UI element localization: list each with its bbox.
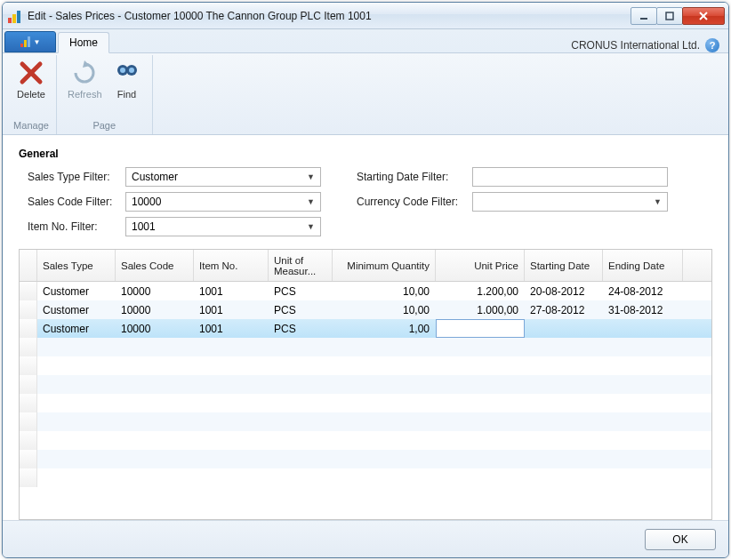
row-selector[interactable] xyxy=(20,375,37,394)
cell-min-qty[interactable] xyxy=(333,431,436,450)
help-icon[interactable]: ? xyxy=(705,38,719,52)
cell-sales-type[interactable] xyxy=(37,375,116,394)
cell-start-date[interactable]: 20-08-2012 xyxy=(525,282,603,300)
cell-unit-price[interactable] xyxy=(436,338,525,356)
cell-unit-price[interactable]: 1.000,00 xyxy=(436,300,525,319)
cell-sales-type[interactable] xyxy=(37,394,116,412)
cell-end-date[interactable] xyxy=(603,450,683,468)
cell-item-no[interactable] xyxy=(194,356,269,375)
cell-uom[interactable] xyxy=(269,431,333,450)
titlebar[interactable]: Edit - Sales Prices - Customer 10000 The… xyxy=(3,3,728,29)
cell-item-no[interactable] xyxy=(194,468,269,487)
cell-end-date[interactable] xyxy=(603,412,683,431)
cell-min-qty[interactable] xyxy=(333,375,436,394)
cell-start-date[interactable] xyxy=(525,375,603,394)
maximize-button[interactable] xyxy=(656,7,683,25)
cell-unit-price[interactable] xyxy=(436,319,525,338)
table-row[interactable] xyxy=(20,356,711,375)
cell-uom[interactable]: PCS xyxy=(269,300,333,319)
cell-item-no[interactable]: 1001 xyxy=(194,300,269,319)
cell-uom[interactable] xyxy=(269,356,333,375)
cell-sales-code[interactable] xyxy=(116,412,194,431)
cell-sales-type[interactable] xyxy=(37,450,116,468)
table-row[interactable]: Customer100001001PCS10,001.000,0027-08-2… xyxy=(20,300,711,319)
cell-uom[interactable] xyxy=(269,412,333,431)
table-row[interactable] xyxy=(20,394,711,412)
cell-uom[interactable]: PCS xyxy=(269,319,333,338)
cell-unit-price[interactable] xyxy=(436,450,525,468)
col-start-date[interactable]: Starting Date xyxy=(525,250,603,281)
table-row[interactable] xyxy=(20,412,711,431)
row-selector[interactable] xyxy=(20,394,37,412)
cell-item-no[interactable]: 1001 xyxy=(194,319,269,338)
cell-sales-code[interactable] xyxy=(116,450,194,468)
cell-end-date[interactable]: 31-08-2012 xyxy=(603,300,683,319)
cell-min-qty[interactable] xyxy=(333,394,436,412)
cell-start-date[interactable]: 27-08-2012 xyxy=(525,300,603,319)
col-end-date[interactable]: Ending Date xyxy=(603,250,683,281)
col-min-qty[interactable]: Minimum Quantity xyxy=(333,250,436,281)
cell-unit-price[interactable] xyxy=(436,356,525,375)
cell-unit-price[interactable] xyxy=(436,375,525,394)
cell-sales-code[interactable]: 10000 xyxy=(116,300,194,319)
sales-prices-grid[interactable]: Sales Type Sales Code Item No. Unit of M… xyxy=(19,249,712,520)
table-row[interactable] xyxy=(20,375,711,394)
table-row[interactable] xyxy=(20,431,711,450)
cell-sales-type[interactable]: Customer xyxy=(37,319,116,338)
table-row[interactable]: Customer100001001PCS1,00 xyxy=(20,319,711,338)
cell-item-no[interactable] xyxy=(194,375,269,394)
cell-sales-code[interactable] xyxy=(116,338,194,356)
row-selector[interactable] xyxy=(20,282,37,300)
row-selector-header[interactable] xyxy=(20,250,37,281)
cell-sales-code[interactable] xyxy=(116,356,194,375)
cell-unit-price[interactable]: 1.200,00 xyxy=(436,282,525,300)
cell-unit-price[interactable] xyxy=(436,431,525,450)
grid-body[interactable]: Customer100001001PCS10,001.200,0020-08-2… xyxy=(20,282,711,519)
cell-min-qty[interactable] xyxy=(333,338,436,356)
row-selector[interactable] xyxy=(20,468,37,487)
cell-uom[interactable] xyxy=(269,450,333,468)
ok-button[interactable]: OK xyxy=(645,529,716,550)
minimize-button[interactable] xyxy=(631,7,657,25)
starting-date-filter[interactable] xyxy=(472,167,668,187)
cell-sales-type[interactable]: Customer xyxy=(37,282,116,300)
tab-home[interactable]: Home xyxy=(58,32,109,53)
cell-min-qty[interactable]: 10,00 xyxy=(333,300,436,319)
sales-code-filter[interactable]: 10000 ▼ xyxy=(125,192,321,212)
cell-sales-type[interactable]: Customer xyxy=(37,300,116,319)
cell-item-no[interactable] xyxy=(194,431,269,450)
cell-end-date[interactable] xyxy=(603,356,683,375)
cell-item-no[interactable] xyxy=(194,412,269,431)
cell-sales-code[interactable] xyxy=(116,375,194,394)
row-selector[interactable] xyxy=(20,356,37,375)
row-selector[interactable] xyxy=(20,300,37,319)
find-button[interactable]: Find xyxy=(108,57,147,118)
cell-end-date[interactable] xyxy=(603,468,683,487)
cell-uom[interactable] xyxy=(269,468,333,487)
delete-button[interactable]: Delete xyxy=(12,57,51,118)
cell-item-no[interactable]: 1001 xyxy=(194,282,269,300)
cell-sales-code[interactable]: 10000 xyxy=(116,319,194,338)
cell-uom[interactable] xyxy=(269,394,333,412)
cell-start-date[interactable] xyxy=(525,468,603,487)
cell-sales-code[interactable] xyxy=(116,431,194,450)
cell-min-qty[interactable]: 1,00 xyxy=(333,319,436,338)
cell-min-qty[interactable] xyxy=(333,468,436,487)
cell-sales-type[interactable] xyxy=(37,431,116,450)
row-selector[interactable] xyxy=(20,412,37,431)
col-item-no[interactable]: Item No. xyxy=(194,250,269,281)
cell-uom[interactable] xyxy=(269,338,333,356)
cell-start-date[interactable] xyxy=(525,431,603,450)
cell-start-date[interactable] xyxy=(525,394,603,412)
table-row[interactable]: Customer100001001PCS10,001.200,0020-08-2… xyxy=(20,282,711,300)
cell-end-date[interactable] xyxy=(603,375,683,394)
cell-min-qty[interactable]: 10,00 xyxy=(333,282,436,300)
row-selector[interactable] xyxy=(20,431,37,450)
item-no-filter[interactable]: 1001 ▼ xyxy=(125,217,321,236)
table-row[interactable] xyxy=(20,338,711,356)
cell-min-qty[interactable] xyxy=(333,356,436,375)
refresh-button[interactable]: Refresh xyxy=(62,57,108,118)
col-sales-type[interactable]: Sales Type xyxy=(37,250,116,281)
row-selector[interactable] xyxy=(20,319,37,338)
cell-end-date[interactable]: 24-08-2012 xyxy=(603,282,683,300)
